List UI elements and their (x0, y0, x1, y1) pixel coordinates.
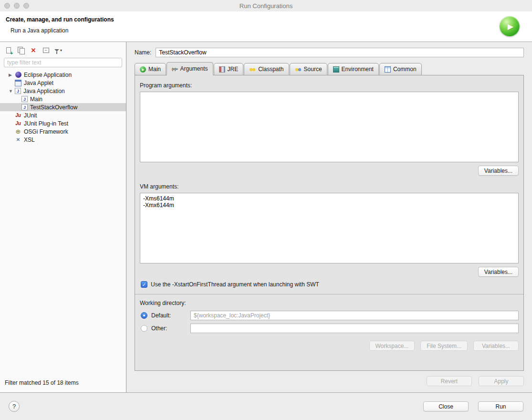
tab-label: Arguments (180, 65, 208, 72)
tree-item-eclipse-application[interactable]: ▶ Eclipse Application (0, 71, 126, 79)
eclipse-application-icon (15, 72, 21, 78)
footer-actions: Close Run (423, 401, 523, 411)
collapse-box-icon: − (43, 48, 49, 53)
tab-label: Source (304, 66, 322, 73)
run-button[interactable]: Run (478, 401, 523, 411)
tree-item-label: OSGi Framework (24, 128, 68, 135)
tree-item-xsl[interactable]: ✕ XSL (0, 136, 126, 144)
tree-item-teststackoverflow[interactable]: J TestStackOverflow (0, 103, 126, 111)
tab-arguments[interactable]: (x)= Arguments (167, 62, 213, 75)
revert-apply-row: Revert Apply (135, 371, 524, 392)
swt-checkbox[interactable]: ✓ (141, 281, 147, 288)
arguments-tab-panel: Program arguments: Variables... VM argum… (135, 75, 524, 371)
tree-item-main[interactable]: J Main (0, 95, 126, 103)
run-arrow-icon: ▶ (142, 68, 145, 71)
program-arguments-label: Program arguments: (140, 82, 519, 89)
new-configuration-icon[interactable] (4, 46, 13, 54)
junit-plugin-icon: Ju (15, 120, 21, 127)
tree-item-label: Java Application (23, 88, 65, 94)
directory-buttons-row: Workspace... File System... Variables... (140, 341, 519, 351)
common-tab-icon (385, 66, 391, 73)
java-application-icon: J (15, 88, 21, 94)
tab-jre[interactable]: JRE (214, 63, 244, 75)
tab-label: Environment (342, 66, 374, 73)
working-directory-label: Working directory: (140, 300, 519, 306)
minimize-window-button[interactable] (14, 3, 20, 9)
document-icon (6, 47, 11, 53)
tree-item-label: TestStackOverflow (30, 104, 77, 111)
default-directory-row: Default: (141, 311, 519, 320)
name-row: Name: (135, 48, 524, 57)
filter-menu-icon[interactable]: ▾ (54, 46, 63, 54)
java-applet-icon (15, 80, 21, 86)
program-variables-button[interactable]: Variables... (478, 166, 519, 176)
name-label: Name: (135, 49, 151, 56)
close-button[interactable]: Close (423, 401, 469, 411)
tree-item-osgi-framework[interactable]: ⊕ OSGi Framework (0, 127, 126, 136)
dialog-footer: ? Close Run (0, 392, 532, 420)
window-controls (4, 0, 29, 11)
arguments-tab-icon: (x)= (172, 66, 177, 72)
tab-environment[interactable]: Environment (328, 63, 379, 75)
revert-button[interactable]: Revert (427, 376, 472, 386)
vm-variables-button[interactable]: Variables... (478, 267, 519, 277)
tree-item-junit[interactable]: Ju JUnit (0, 111, 126, 119)
run-configurations-dialog: Run Configurations Create, manage, and r… (0, 0, 532, 420)
tree-item-label: JUnit Plug-in Test (24, 120, 68, 127)
program-arguments-textarea[interactable] (140, 92, 519, 162)
window-title: Run Configurations (0, 2, 532, 10)
program-variables-row: Variables... (140, 166, 519, 176)
other-radio-label: Other: (151, 325, 190, 332)
source-tab-icon (295, 66, 302, 73)
configurations-tree: ▶ Eclipse Application Java Applet ▼ J Ja… (0, 71, 126, 376)
other-directory-input[interactable] (190, 324, 519, 333)
tab-source[interactable]: Source (290, 63, 327, 75)
tab-label: Classpath (258, 66, 283, 73)
section-divider (135, 294, 523, 294)
run-arrow-icon: ▶ (508, 22, 513, 31)
funnel-icon (54, 49, 59, 52)
launch-config-sidebar: ✕ − ▾ ▶ Eclipse Application Java Applet (0, 42, 126, 392)
collapse-all-icon[interactable]: − (42, 46, 50, 54)
other-radio[interactable] (141, 325, 147, 332)
tree-item-junit-plugin-test[interactable]: Ju JUnit Plug-in Test (0, 119, 126, 127)
help-button[interactable]: ? (9, 401, 20, 412)
configuration-panel: Name: ▶ Main (x)= Arguments JRE (126, 42, 532, 392)
jre-tab-icon (219, 66, 225, 73)
vm-arguments-textarea[interactable]: -Xms6144m -Xmx6144m (140, 193, 519, 263)
tree-item-java-applet[interactable]: Java Applet (0, 79, 126, 87)
tree-item-label: Java Applet (24, 80, 53, 86)
directory-variables-button[interactable]: Variables... (473, 341, 519, 351)
disclosure-collapsed-icon[interactable]: ▶ (9, 73, 15, 77)
dialog-body: ✕ − ▾ ▶ Eclipse Application Java Applet (0, 42, 532, 392)
disclosure-expanded-icon[interactable]: ▼ (9, 89, 15, 94)
osgi-framework-icon: ⊕ (15, 128, 21, 135)
tree-item-label: JUnit (24, 112, 37, 119)
duplicate-configuration-icon[interactable] (17, 46, 25, 54)
tree-item-label: XSL (24, 136, 35, 143)
tab-label: JRE (228, 66, 239, 73)
vm-variables-row: Variables... (140, 267, 519, 277)
default-directory-input[interactable] (190, 311, 519, 320)
tree-item-java-application[interactable]: ▼ J Java Application (0, 87, 126, 95)
filter-input[interactable] (4, 58, 122, 67)
tab-common[interactable]: Common (379, 63, 422, 75)
swt-checkbox-row[interactable]: ✓ Use the -XstartOnFirstThread argument … (141, 281, 519, 288)
tab-main[interactable]: ▶ Main (135, 63, 166, 75)
run-java-application-icon: ▶ (500, 16, 520, 36)
workspace-button[interactable]: Workspace... (369, 341, 415, 351)
zoom-window-button[interactable] (23, 3, 29, 9)
tab-label: Main (148, 66, 161, 73)
config-tabs: ▶ Main (x)= Arguments JRE Classpath (135, 62, 524, 75)
name-input[interactable] (156, 48, 524, 57)
default-radio[interactable] (141, 312, 147, 319)
tab-label: Common (393, 66, 417, 73)
classpath-tab-icon (249, 66, 256, 73)
tab-classpath[interactable]: Classpath (244, 63, 289, 75)
apply-button[interactable]: Apply (479, 376, 524, 386)
file-system-button[interactable]: File System... (420, 341, 468, 351)
sidebar-toolbar: ✕ − ▾ (0, 42, 126, 57)
delete-configuration-icon[interactable]: ✕ (29, 46, 38, 54)
close-window-button[interactable] (4, 3, 10, 9)
junit-icon: Ju (15, 112, 21, 119)
